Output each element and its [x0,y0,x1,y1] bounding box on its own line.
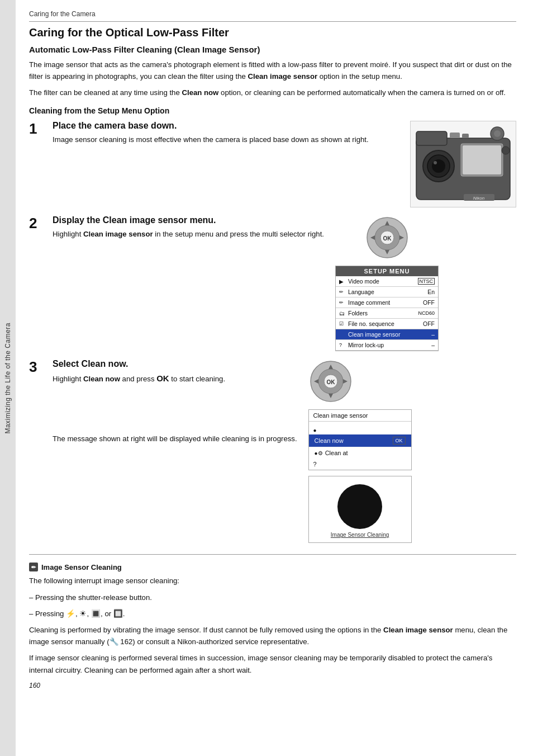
svg-point-6 [432,159,445,173]
step2-content: Display the Clean image sensor menu. Hig… [53,215,516,351]
step3-desc-suffix: and press [120,375,156,383]
sensor-circle [337,484,382,529]
section1-para1b-text: option in the setup menu. [317,72,402,81]
step2-title: Display the Clean image sensor menu. [53,215,324,225]
step3-desc-bold: Clean now [83,375,120,383]
clean-now-label: Clean now [315,437,344,444]
step2-title-suffix: menu. [187,215,216,225]
step2-title-bold: Clean image sensor [103,215,187,225]
section1-para2-text: The filter can be cleaned at any time us… [29,88,182,97]
note-item-4: If image sensor cleaning is performed se… [29,652,516,675]
ok-control-step3: OK [308,359,353,404]
step2-images: OK SETUP MENU [335,215,439,351]
step1-content: Place the camera base down. Image sensor… [53,121,516,207]
note-item-2: – Pressing ⚡, ☀, 🔳, or 🔲. [29,608,516,620]
menu-item-image-comment: ✏ Image comment OFF [336,297,438,308]
ok-badge: OK [393,437,406,445]
svg-rect-9 [462,134,469,138]
menu-icon-folders: 🗂 [339,310,346,316]
clean-menu-item-now: Clean now OK [309,434,411,447]
step3-images: OK Clean image sensor ● [308,359,412,543]
svg-point-13 [494,130,501,137]
step1-desc: Image sensor cleaning is most effective … [53,134,401,145]
svg-point-7 [434,161,437,164]
setup-menu-title: SETUP MENU [336,266,438,276]
step2-desc: Highlight Clean image sensor in the setu… [53,228,324,240]
menu-item-video: ▶ Video mode NTSC [336,276,438,287]
menu-icon-image-comment: ✏ [339,300,346,305]
camera-image: Nikon [410,121,516,207]
step1-text-col: Place the camera base down. Image sensor… [53,121,401,145]
step2-desc-prefix: Highlight [53,230,83,238]
sensor-cleaning-display: Image Sensor Cleaning [308,476,412,543]
clean-menu-title: Clean image sensor [309,410,411,422]
svg-rect-3 [463,145,501,174]
menu-item-folders: 🗂 Folders NCD60 [336,308,438,319]
step3-number: 3 [29,359,47,375]
step3-desc-prefix: Highlight [53,375,83,383]
step2-number: 2 [29,215,47,231]
svg-text:OK: OK [326,379,335,385]
svg-rect-1 [416,131,447,145]
camera-svg: Nikon [411,121,516,207]
menu-item-clean: Clean image sensor – [336,329,438,340]
step2-title-prefix: Display the [53,215,103,225]
menu-item-fileno: ☑ File no. sequence OFF [336,319,438,329]
section2-title: Cleaning from the Setup Menu Option [29,106,516,115]
step3-title-prefix: Select [53,359,82,368]
svg-text:Nikon: Nikon [473,196,485,201]
step3-title-suffix: . [126,359,128,368]
menu-item-mirror: ? Mirror lock-up – [336,340,438,351]
section1-para2: The filter can be cleaned at any time us… [29,87,516,98]
note-title-text: Image Sensor Cleaning [41,563,122,571]
note-item-1: – Pressing the shutter-release button. [29,592,516,603]
ok-control-step2: OK [365,215,410,260]
sidebar-label: Maximizing the Life of the Camera [4,323,12,434]
step2-desc-bold: Clean image sensor [83,230,153,238]
step2-desc-suffix: in the setup menu and press the multi se… [153,230,324,238]
step3-content: Select Clean now. Highlight Clean now an… [53,359,516,543]
step3-title-bold: Clean now [82,359,126,368]
svg-rect-8 [450,133,460,138]
step3-extra-desc: The message shown at right will be displ… [53,433,297,445]
breadcrumb: Caring for the Camera [29,10,516,22]
ok-control-svg: OK [366,216,408,259]
svg-text:OK: OK [383,235,392,242]
step1-number: 1 [29,121,47,137]
sidebar: Maximizing the Life of the Camera [0,0,16,756]
section1-para2b-text: option, or cleaning can be performed aut… [218,88,506,97]
section1-bold1: Clean image sensor [248,72,317,81]
sensor-cleaning-label: Image Sensor Cleaning [309,532,411,538]
menu-icon-video: ▶ [339,278,346,285]
section1-bold2: Clean now [182,88,218,97]
step3-text-col: Select Clean now. Highlight Clean now an… [53,359,297,445]
clean-at-row: ●⚙ Clean at [309,447,411,459]
note-item-0: The following interrupt image sensor cle… [29,575,516,587]
ok-control-svg-step3: OK [310,360,352,403]
step3-desc-ok: OK [156,374,169,383]
page-container: Maximizing the Life of the Camera Caring… [0,0,533,756]
menu-item-language: ✏ Language En [336,287,438,297]
step1-row: Place the camera base down. Image sensor… [53,121,516,207]
section1-para1: The image sensor that acts as the camera… [29,59,516,82]
divider [29,554,516,555]
step1-title: Place the camera base down. [53,121,401,131]
step3-container: 3 Select Clean now. Highlight Clean now … [29,359,516,543]
main-content: Caring for the Camera Caring for the Opt… [16,0,533,756]
step3-desc: Highlight Clean now and press OK to star… [53,372,297,385]
menu-icon-language: ✏ [339,289,346,295]
step3-title: Select Clean now. [53,359,297,369]
note-box: ✏ Image Sensor Cleaning The following in… [29,554,516,675]
note-title: ✏ Image Sensor Cleaning [29,563,516,571]
chapter-title: Caring for the Optical Low-Pass Filter [29,26,516,39]
page-number: 160 [29,682,516,689]
menu-icon-fileno: ☑ [339,321,346,327]
clean-at-label: Clean at [325,450,348,456]
step2-text-col: Display the Clean image sensor menu. Hig… [53,215,324,240]
clean-menu-screenshot: Clean image sensor ● Clean now OK [308,409,412,470]
section1-title: Automatic Low-Pass Filter Cleaning (Clea… [29,45,516,54]
note-item-3: Cleaning is performed by vibrating the i… [29,624,516,648]
step3-desc-end: to start cleaning. [169,375,225,383]
setup-menu-screenshot: SETUP MENU ▶ Video mode NTSC [335,266,439,351]
step1-container: 1 Place the camera base down. Image sens… [29,121,516,207]
